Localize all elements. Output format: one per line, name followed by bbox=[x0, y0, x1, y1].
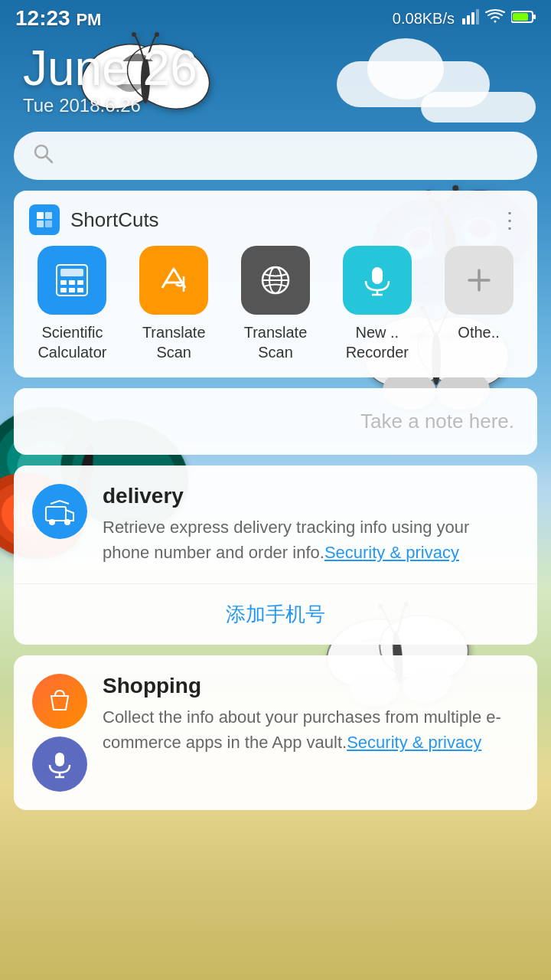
note-placeholder: Take a note here. bbox=[360, 410, 514, 433]
search-bar[interactable] bbox=[14, 132, 537, 180]
shortcut-item-recorder[interactable]: New ..Recorder bbox=[326, 246, 428, 362]
svg-rect-46 bbox=[467, 15, 470, 24]
date-sub: Tue 2018.6.26 bbox=[23, 95, 528, 116]
wifi-icon bbox=[485, 9, 505, 28]
shortcut-icon-globe bbox=[241, 246, 310, 315]
status-icons: 0.08KB/s bbox=[393, 9, 536, 28]
date-area: June 26 Tue 2018.6.26 bbox=[0, 34, 551, 132]
network-speed: 0.08KB/s bbox=[393, 10, 455, 28]
svg-rect-54 bbox=[37, 212, 44, 219]
svg-rect-63 bbox=[60, 288, 67, 292]
svg-rect-48 bbox=[476, 9, 479, 24]
shortcuts-logo bbox=[29, 204, 60, 235]
svg-rect-65 bbox=[77, 288, 83, 292]
svg-rect-61 bbox=[69, 280, 75, 285]
shopping-desc: Collect the info about your purchases fr… bbox=[103, 704, 519, 755]
shortcut-label-other: Othe.. bbox=[458, 322, 499, 342]
svg-rect-55 bbox=[45, 212, 52, 219]
shortcut-label-calculator: ScientificCalculator bbox=[37, 322, 106, 362]
svg-rect-69 bbox=[372, 267, 383, 284]
svg-line-53 bbox=[46, 156, 52, 162]
svg-rect-60 bbox=[60, 280, 67, 285]
shortcut-label-globe: TranslateScan bbox=[244, 322, 308, 362]
shortcut-item-calculator[interactable]: ScientificCalculator bbox=[21, 246, 123, 362]
date-main: June 26 bbox=[23, 41, 528, 95]
phone-add-section[interactable]: 添加手机号 bbox=[14, 583, 537, 645]
shortcuts-apps: ScientificCalculator TranslateScan bbox=[14, 246, 537, 377]
svg-rect-51 bbox=[533, 15, 536, 19]
svg-rect-62 bbox=[77, 280, 83, 285]
shortcut-item-translate[interactable]: TranslateScan bbox=[123, 246, 225, 362]
microphone-icon bbox=[32, 737, 87, 792]
shopping-title: Shopping bbox=[103, 674, 519, 698]
note-card[interactable]: Take a note here. bbox=[14, 388, 537, 455]
shortcuts-more-icon[interactable]: ⋮ bbox=[499, 207, 522, 233]
shortcuts-card: ShortCuts ⋮ ScientificCalculator bbox=[14, 191, 537, 377]
shopping-content: Shopping Collect the info about your pur… bbox=[103, 674, 519, 755]
shortcuts-header: ShortCuts ⋮ bbox=[14, 191, 537, 246]
status-bar: 12:23 PM 0.08KB/s bbox=[0, 0, 551, 34]
svg-rect-59 bbox=[60, 269, 83, 276]
shortcut-item-globe[interactable]: TranslateScan bbox=[225, 246, 327, 362]
svg-rect-64 bbox=[69, 288, 75, 292]
delivery-icon bbox=[32, 484, 87, 539]
shopping-card: Shopping Collect the info about your pur… bbox=[14, 655, 537, 810]
svg-point-76 bbox=[64, 519, 70, 525]
shopping-privacy-link[interactable]: Security & privacy bbox=[347, 733, 481, 752]
delivery-title: delivery bbox=[103, 484, 519, 508]
svg-rect-47 bbox=[471, 12, 474, 24]
svg-rect-45 bbox=[462, 18, 465, 24]
delivery-desc: Retrieve express delivery tracking info … bbox=[103, 514, 519, 565]
svg-point-75 bbox=[49, 519, 55, 525]
shortcut-icon-translate bbox=[139, 246, 208, 315]
shortcut-label-recorder: New ..Recorder bbox=[346, 322, 409, 362]
signal-icon bbox=[461, 9, 479, 28]
shortcut-icon-recorder bbox=[343, 246, 412, 315]
search-icon bbox=[32, 142, 54, 169]
shortcuts-title: ShortCuts bbox=[70, 208, 499, 232]
svg-rect-77 bbox=[55, 753, 64, 766]
shortcut-icon-calculator bbox=[37, 246, 106, 315]
shortcut-item-other[interactable]: Othe.. bbox=[428, 246, 530, 362]
svg-rect-50 bbox=[513, 13, 528, 21]
delivery-card: delivery Retrieve express delivery track… bbox=[14, 466, 537, 645]
delivery-privacy-link[interactable]: Security & privacy bbox=[324, 543, 459, 562]
phone-add-text: 添加手机号 bbox=[226, 603, 325, 626]
shopping-bag-icon bbox=[32, 674, 87, 729]
shopping-icons bbox=[32, 674, 87, 792]
search-container bbox=[0, 132, 551, 180]
delivery-content: delivery Retrieve express delivery track… bbox=[103, 484, 519, 565]
status-time: 12:23 PM bbox=[15, 6, 101, 31]
svg-rect-57 bbox=[45, 220, 52, 227]
battery-icon bbox=[511, 10, 536, 28]
svg-rect-74 bbox=[46, 507, 66, 521]
shortcut-label-translate: TranslateScan bbox=[142, 322, 206, 362]
shortcut-icon-other bbox=[445, 246, 514, 315]
svg-rect-56 bbox=[37, 220, 44, 227]
